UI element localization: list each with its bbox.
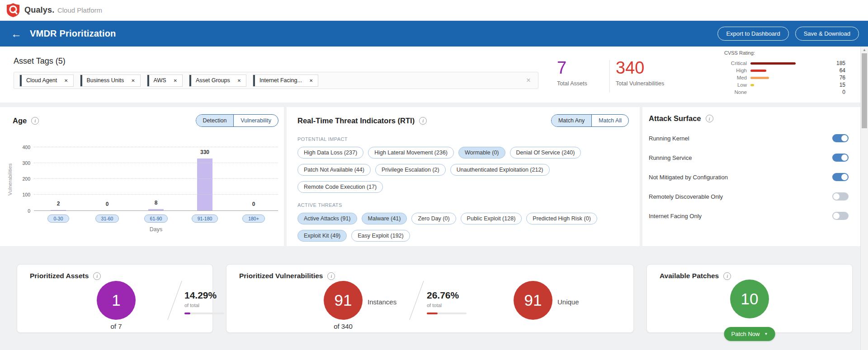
export-to-dashboard-button[interactable]: Export to Dashboard: [717, 27, 788, 41]
age-range-pill[interactable]: 31-60: [95, 215, 119, 223]
rti-chip[interactable]: High Lateral Movement (236): [368, 147, 454, 159]
age-range-pill[interactable]: 91-180: [192, 215, 218, 223]
toggle-switch[interactable]: [832, 192, 849, 201]
asset-tag: Asset Groups✕: [189, 75, 246, 87]
save-and-download-button[interactable]: Save & Download: [795, 27, 859, 41]
back-arrow-icon[interactable]: ←: [11, 28, 22, 39]
rti-chip-group: Active Attacks (91)Malware (41)Zero Day …: [297, 213, 629, 242]
tag-label: AWS: [149, 77, 172, 84]
rti-chip[interactable]: Patch Not Available (44): [297, 164, 371, 176]
age-range-pill[interactable]: 61-90: [144, 215, 168, 223]
attack-surface-panel: Attack Surface i Running KernelRunning S…: [642, 107, 868, 246]
clear-tags-icon[interactable]: ×: [526, 76, 533, 85]
rti-chip[interactable]: Malware (41): [362, 213, 407, 224]
rti-panel: Real-Time Threat Indicators (RTI) i Matc…: [287, 107, 640, 246]
available-patches-circle: 10: [730, 280, 769, 318]
rti-chip[interactable]: Active Attacks (91): [297, 213, 357, 224]
toggle-option[interactable]: Match All: [591, 115, 628, 126]
attack-surface-row: Internet Facing Only: [649, 212, 849, 220]
assets-percent-label: of total: [184, 303, 224, 308]
bar-value-label: 2: [34, 201, 83, 207]
remove-tag-icon[interactable]: ✕: [62, 78, 73, 83]
rti-chip[interactable]: Exploit Kit (49): [297, 230, 347, 242]
bar-value-label: 0: [229, 201, 278, 207]
rti-chip[interactable]: High Data Loss (237): [297, 147, 363, 159]
rti-chip[interactable]: Wormable (0): [458, 147, 505, 159]
vertical-scrollbar[interactable]: ▲: [860, 47, 868, 350]
age-panel-header: Age i DetectionVulnerability: [0, 107, 284, 127]
rti-info-icon[interactable]: i: [419, 117, 427, 125]
scroll-up-icon[interactable]: ▲: [861, 48, 868, 52]
prioritized-assets-info-icon[interactable]: i: [93, 272, 101, 280]
cvss-rating-title: CVSS Rating:: [724, 50, 845, 56]
bar-column: 8: [132, 148, 180, 210]
rti-chip-group: High Data Loss (237)High Lateral Movemen…: [297, 147, 629, 193]
toggle-switch[interactable]: [832, 154, 849, 162]
brand-name: Qualys.: [24, 5, 54, 14]
age-range-pill[interactable]: 0-30: [47, 215, 69, 223]
vulns-progress-fill: [427, 313, 438, 314]
totals-divider: [609, 60, 610, 93]
age-info-icon[interactable]: i: [31, 117, 39, 125]
toggle-switch[interactable]: [832, 173, 849, 181]
assets-percent-block: 14.29% of total: [184, 290, 224, 314]
attack-surface-row: Not Mitigated by Configuration: [649, 173, 849, 181]
attack-rows: Running KernelRunning ServiceNot Mitigat…: [649, 134, 849, 220]
rti-chip[interactable]: Public Exploit (128): [461, 213, 522, 224]
assets-percent-value: 14.29%: [184, 290, 224, 301]
rti-chip[interactable]: Zero Day (0): [411, 213, 456, 224]
cvss-row: High64: [724, 67, 845, 74]
cvss-row: Med76: [724, 74, 845, 81]
remove-tag-icon[interactable]: ✕: [307, 78, 318, 83]
gridline: 100: [34, 194, 278, 195]
brand-suffix: Cloud Platform: [57, 6, 102, 14]
toggle-option[interactable]: Detection: [196, 115, 234, 126]
attack-surface-header: Attack Surface i: [649, 107, 849, 123]
available-patches-card: Available Patches i 10 Patch Now ▼: [646, 264, 853, 333]
vuln-instances-of-total: of 340: [324, 322, 363, 330]
age-plot: 2083300 0100200300400: [34, 148, 278, 211]
total-assets: 7 Total Assets: [557, 59, 587, 87]
rti-chip[interactable]: Privilege Escalation (2): [375, 164, 446, 176]
toggle-option[interactable]: Match Any: [552, 115, 591, 126]
attack-surface-label: Internet Facing Only: [649, 213, 702, 219]
toggle-option[interactable]: Vulnerability: [233, 115, 278, 126]
prioritized-vulnerabilities-title: Prioritized Vulnerabilities: [239, 272, 323, 280]
age-range-pill[interactable]: 180+: [242, 215, 265, 223]
bar-column: 2: [34, 148, 83, 210]
gridline: 200: [34, 178, 278, 179]
summary-cards-row: Prioritized Assets i 1 of 7 14.29% of to…: [0, 246, 868, 350]
remove-tag-icon[interactable]: ✕: [236, 78, 246, 83]
rti-chip[interactable]: Predicted High Risk (0): [526, 213, 597, 224]
vulns-percent-value: 26.76%: [427, 290, 467, 301]
prioritized-assets-count: 1: [112, 291, 120, 309]
patch-now-button[interactable]: Patch Now ▼: [724, 327, 775, 341]
prioritized-vulnerabilities-card: Prioritized Vulnerabilities i 91 Instanc…: [226, 264, 634, 333]
rti-chip[interactable]: Unauthenticated Exploitation (212): [450, 164, 550, 176]
available-patches-info-icon[interactable]: i: [723, 272, 731, 280]
vuln-unique-circle: 91: [514, 281, 552, 320]
age-title: Age: [13, 117, 27, 125]
gridline: 300: [34, 163, 278, 163]
attack-surface-info-icon[interactable]: i: [706, 115, 713, 122]
asset-tag: Internet Facing...✕: [253, 75, 318, 87]
tag-label: Internet Facing...: [255, 77, 307, 84]
rti-groups: POTENTIAL IMPACTHigh Data Loss (237)High…: [297, 136, 629, 242]
vuln-instances-count: 91: [335, 291, 352, 309]
scrollbar-thumb[interactable]: [862, 53, 867, 128]
age-pills: 0-3031-6061-9091-180180+: [34, 215, 278, 223]
toggle-switch[interactable]: [832, 212, 849, 220]
remove-tag-icon[interactable]: ✕: [129, 78, 140, 83]
prioritized-vulnerabilities-info-icon[interactable]: i: [327, 272, 335, 280]
available-patches-title: Available Patches: [660, 272, 719, 280]
bar: [197, 159, 212, 211]
rti-chip[interactable]: Denial Of Service (240): [510, 147, 581, 159]
toggle-switch[interactable]: [832, 134, 849, 142]
remove-tag-icon[interactable]: ✕: [172, 78, 182, 83]
vulns-percent-block: 26.76% of total: [427, 290, 467, 314]
prioritized-assets-card: Prioritized Assets i 1 of 7 14.29% of to…: [17, 264, 213, 333]
rti-chip[interactable]: Easy Exploit (192): [351, 230, 410, 242]
asset-tag-box[interactable]: Cloud Agent✕Business Units✕AWS✕Asset Gro…: [14, 72, 538, 89]
rti-chip[interactable]: Remote Code Execution (17): [297, 181, 383, 193]
vulns-percent-label: of total: [427, 303, 467, 308]
